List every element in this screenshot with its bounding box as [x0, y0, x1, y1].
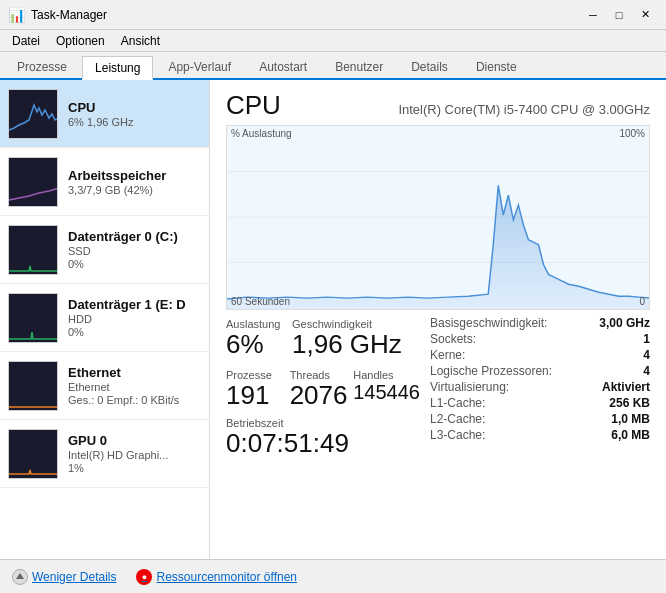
detail-basisgeschwindigkeit: Basisgeschwindigkeit: 3,00 GHz: [430, 316, 650, 330]
ram-value: 3,3/7,9 GB (42%): [68, 184, 201, 196]
gpu-value: 1%: [68, 462, 201, 474]
tab-dienste[interactable]: Dienste: [463, 54, 530, 78]
cpu-chart: % Auslastung 100% 60 Sekunden 0: [226, 125, 650, 310]
ethernet-value: Ges.: 0 Empf.: 0 KBit/s: [68, 394, 201, 406]
gpu-sub: Intel(R) HD Graphi...: [68, 449, 201, 461]
threads-block: Threads 2076: [290, 367, 350, 412]
kerne-key: Kerne:: [430, 348, 465, 362]
tab-bar: Prozesse Leistung App-Verlauf Autostart …: [0, 52, 666, 80]
cpu-value: 6% 1,96 GHz: [68, 116, 201, 128]
basisgeschwindigkeit-val: 3,00 GHz: [599, 316, 650, 330]
ethernet-title: Ethernet: [68, 365, 201, 380]
ethernet-info: Ethernet Ethernet Ges.: 0 Empf.: 0 KBit/…: [68, 365, 201, 406]
threads-label: Threads: [290, 369, 350, 381]
detail-l3cache: L3-Cache: 6,0 MB: [430, 428, 650, 442]
disk1-sub: HDD: [68, 313, 201, 325]
sidebar-item-disk0[interactable]: Datenträger 0 (C:) SSD 0%: [0, 216, 209, 284]
prozesse-label: Prozesse: [226, 369, 286, 381]
tab-app-verlauf[interactable]: App-Verlauf: [155, 54, 244, 78]
cpu-thumb: [8, 89, 58, 139]
resource-monitor-icon: ●: [136, 569, 152, 585]
detail-logische: Logische Prozessoren: 4: [430, 364, 650, 378]
handles-label: Handles: [353, 369, 420, 381]
virtualisierung-val: Aktiviert: [602, 380, 650, 394]
chart-label-seconds: 60 Sekunden: [231, 296, 290, 307]
kerne-val: 4: [643, 348, 650, 362]
chart-label-percent: % Auslastung: [231, 128, 292, 139]
svg-rect-4: [9, 362, 58, 411]
tab-autostart[interactable]: Autostart: [246, 54, 320, 78]
geschwindigkeit-block: Geschwindigkeit 1,96 GHz: [292, 316, 420, 361]
resource-monitor-label: Ressourcenmonitor öffnen: [156, 570, 297, 584]
cpu-info: CPU 6% 1,96 GHz: [68, 100, 201, 128]
main-content: CPU 6% 1,96 GHz Arbeitsspeicher 3,3/7,9 …: [0, 80, 666, 559]
cpu-title: CPU: [68, 100, 201, 115]
disk1-info: Datenträger 1 (E: D HDD 0%: [68, 297, 201, 338]
panel-subtitle: Intel(R) Core(TM) i5-7400 CPU @ 3.00GHz: [398, 102, 650, 117]
tab-benutzer[interactable]: Benutzer: [322, 54, 396, 78]
right-panel: CPU Intel(R) Core(TM) i5-7400 CPU @ 3.00…: [210, 80, 666, 559]
disk1-value: 0%: [68, 326, 201, 338]
sidebar-item-cpu[interactable]: CPU 6% 1,96 GHz: [0, 80, 209, 148]
svg-rect-2: [9, 226, 58, 275]
resource-monitor-button[interactable]: ● Ressourcenmonitor öffnen: [136, 569, 297, 585]
tab-leistung[interactable]: Leistung: [82, 56, 153, 80]
detail-sockets: Sockets: 1: [430, 332, 650, 346]
gpu-info: GPU 0 Intel(R) HD Graphi... 1%: [68, 433, 201, 474]
auslastung-value: 6%: [226, 330, 288, 359]
chart-label-100: 100%: [619, 128, 645, 139]
l3cache-key: L3-Cache:: [430, 428, 485, 442]
svg-rect-5: [9, 430, 58, 479]
sidebar-item-ram[interactable]: Arbeitsspeicher 3,3/7,9 GB (42%): [0, 148, 209, 216]
prozesse-block: Prozesse 191: [226, 367, 286, 412]
betriebszeit-value: 0:07:51:49: [226, 429, 420, 458]
l1cache-key: L1-Cache:: [430, 396, 485, 410]
tab-prozesse[interactable]: Prozesse: [4, 54, 80, 78]
sidebar-item-gpu[interactable]: GPU 0 Intel(R) HD Graphi... 1%: [0, 420, 209, 488]
auslastung-block: Auslastung 6%: [226, 316, 288, 361]
disk0-value: 0%: [68, 258, 201, 270]
l2cache-val: 1,0 MB: [611, 412, 650, 426]
sidebar-item-disk1[interactable]: Datenträger 1 (E: D HDD 0%: [0, 284, 209, 352]
close-button[interactable]: ✕: [632, 5, 658, 25]
svg-rect-0: [9, 90, 58, 139]
svg-rect-6: [227, 126, 649, 309]
svg-rect-1: [9, 158, 58, 207]
detail-virtualisierung: Virtualisierung: Aktiviert: [430, 380, 650, 394]
threads-value: 2076: [290, 381, 350, 410]
menu-datei[interactable]: Datei: [4, 32, 48, 50]
sidebar: CPU 6% 1,96 GHz Arbeitsspeicher 3,3/7,9 …: [0, 80, 210, 559]
sockets-key: Sockets:: [430, 332, 476, 346]
disk0-title: Datenträger 0 (C:): [68, 229, 201, 244]
app-title: Task-Manager: [31, 8, 107, 22]
virtualisierung-key: Virtualisierung:: [430, 380, 509, 394]
app-icon: 📊: [8, 7, 25, 23]
disk0-thumb: [8, 225, 58, 275]
ethernet-thumb: [8, 361, 58, 411]
svg-rect-3: [9, 294, 58, 343]
menu-ansicht[interactable]: Ansicht: [113, 32, 168, 50]
title-bar: 📊 Task-Manager ─ □ ✕: [0, 0, 666, 30]
logische-key: Logische Prozessoren:: [430, 364, 552, 378]
gpu-thumb: [8, 429, 58, 479]
minimize-button[interactable]: ─: [580, 5, 606, 25]
prozesse-value: 191: [226, 381, 286, 410]
less-details-button[interactable]: Weniger Details: [12, 569, 116, 585]
basisgeschwindigkeit-key: Basisgeschwindigkeit:: [430, 316, 547, 330]
detail-kerne: Kerne: 4: [430, 348, 650, 362]
betriebszeit-block: Betriebszeit 0:07:51:49: [226, 417, 420, 458]
disk0-info: Datenträger 0 (C:) SSD 0%: [68, 229, 201, 270]
handles-value: 145446: [353, 381, 420, 403]
stats-section: Auslastung 6% Geschwindigkeit 1,96 GHz P…: [226, 316, 650, 458]
title-bar-left: 📊 Task-Manager: [8, 7, 107, 23]
gpu-title: GPU 0: [68, 433, 201, 448]
sidebar-item-ethernet[interactable]: Ethernet Ethernet Ges.: 0 Empf.: 0 KBit/…: [0, 352, 209, 420]
title-bar-controls: ─ □ ✕: [580, 5, 658, 25]
maximize-button[interactable]: □: [606, 5, 632, 25]
menu-optionen[interactable]: Optionen: [48, 32, 113, 50]
ethernet-sub: Ethernet: [68, 381, 201, 393]
l3cache-val: 6,0 MB: [611, 428, 650, 442]
sockets-val: 1: [643, 332, 650, 346]
tab-details[interactable]: Details: [398, 54, 461, 78]
detail-l2cache: L2-Cache: 1,0 MB: [430, 412, 650, 426]
